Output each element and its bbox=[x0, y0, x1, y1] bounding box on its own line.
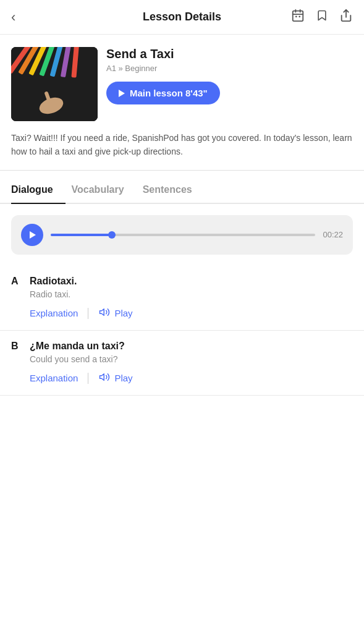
dialogue-speaker-row-b: B ¿Me manda un taxi? bbox=[11, 341, 353, 352]
action-divider-b bbox=[88, 373, 88, 384]
speaker-icon-a bbox=[98, 307, 111, 320]
lesson-level: A1 » Beginner bbox=[106, 64, 353, 73]
dialogue-speaker-a: A bbox=[11, 276, 23, 287]
speaker-icon-b bbox=[98, 372, 111, 385]
dialogue-speaker-b: B bbox=[11, 341, 23, 352]
explanation-button-a[interactable]: Explanation bbox=[30, 308, 78, 318]
tab-sentences[interactable]: Sentences bbox=[143, 177, 205, 203]
dialogue-original-b: ¿Me manda un taxi? bbox=[30, 341, 125, 352]
back-button[interactable]: ‹ bbox=[11, 9, 15, 25]
calendar-icon[interactable] bbox=[291, 9, 305, 25]
main-lesson-play-button[interactable]: Main lesson 8'43" bbox=[106, 82, 220, 104]
share-icon[interactable] bbox=[339, 9, 353, 25]
svg-marker-17 bbox=[100, 309, 104, 316]
header: ‹ Lesson Details bbox=[0, 0, 364, 35]
action-divider-a bbox=[88, 308, 88, 319]
dialogue-translation-a: Radio taxi. bbox=[30, 289, 353, 299]
audio-play-button[interactable] bbox=[21, 224, 43, 246]
lesson-text: Send a Taxi A1 » Beginner Main lesson 8'… bbox=[106, 47, 353, 104]
tabs-bar: Dialogue Vocabulary Sentences bbox=[0, 177, 364, 204]
play-button-b[interactable]: Play bbox=[98, 372, 132, 385]
svg-rect-0 bbox=[293, 11, 303, 21]
audio-progress-bar[interactable] bbox=[51, 234, 315, 236]
dialogue-actions-a: Explanation Play bbox=[30, 307, 353, 320]
page-title: Lesson Details bbox=[143, 11, 221, 23]
audio-progress-dot bbox=[108, 231, 116, 239]
section-divider bbox=[0, 170, 364, 171]
play-triangle-icon bbox=[119, 90, 125, 97]
svg-marker-18 bbox=[100, 374, 104, 381]
lesson-info: Send a Taxi A1 » Beginner Main lesson 8'… bbox=[0, 35, 364, 131]
dialogue-entry-a: A Radiotaxi. Radio taxi. Explanation Pla… bbox=[0, 266, 364, 331]
lesson-thumbnail bbox=[11, 47, 98, 121]
play-button-a[interactable]: Play bbox=[98, 307, 132, 320]
audio-player: 00:22 bbox=[11, 215, 353, 255]
audio-timestamp: 00:22 bbox=[323, 230, 343, 239]
lesson-description: Taxi? Wait!!! If you need a ride, Spanis… bbox=[0, 131, 364, 170]
audio-play-triangle-icon bbox=[30, 231, 36, 239]
tab-dialogue[interactable]: Dialogue bbox=[11, 177, 66, 203]
lesson-title: Send a Taxi bbox=[106, 47, 353, 61]
explanation-button-b[interactable]: Explanation bbox=[30, 373, 78, 383]
header-icons bbox=[291, 9, 353, 25]
audio-progress-fill bbox=[51, 234, 112, 236]
dialogue-actions-b: Explanation Play bbox=[30, 372, 353, 385]
tab-vocabulary[interactable]: Vocabulary bbox=[72, 177, 137, 203]
bookmark-icon[interactable] bbox=[316, 9, 328, 25]
dialogue-original-a: Radiotaxi. bbox=[30, 276, 77, 287]
dialogue-translation-b: Could you send a taxi? bbox=[30, 354, 353, 364]
main-lesson-label: Main lesson 8'43" bbox=[130, 88, 208, 98]
dialogue-speaker-row-a: A Radiotaxi. bbox=[11, 276, 353, 287]
dialogue-entry-b: B ¿Me manda un taxi? Could you send a ta… bbox=[0, 331, 364, 396]
